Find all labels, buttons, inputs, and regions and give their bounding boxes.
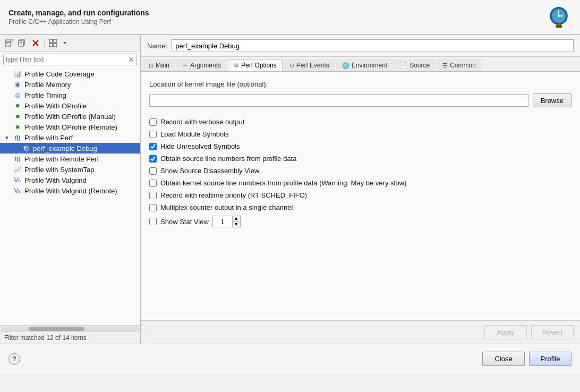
checkbox-label-show-source-disassembly[interactable]: Show Source Disassembly View <box>160 167 259 175</box>
filter-clear-icon[interactable]: ✕ <box>128 55 134 64</box>
tab-arguments[interactable]: ↔Arguments <box>176 59 227 71</box>
item-icon-profile-with-perf: f() <box>13 133 22 142</box>
tree-item-profile-timing[interactable]: ◎Profile Timing <box>0 90 140 100</box>
action-bar: Apply Revert <box>141 320 580 344</box>
checkbox-hide-unresolved[interactable] <box>149 143 157 150</box>
tree-item-profile-with-oprofile[interactable]: ■Profile With OProfile <box>0 100 140 111</box>
checkbox-show-source-disassembly[interactable] <box>149 167 157 175</box>
spinner-down-button[interactable]: ▼ <box>233 221 240 227</box>
duplicate-config-button[interactable] <box>16 37 28 49</box>
checkbox-row-record-realtime: Record with realtime priority (RT SCHED_… <box>149 191 572 199</box>
tab-label-environment: Environment <box>352 62 387 69</box>
checkbox-record-verbose[interactable] <box>149 118 157 126</box>
view-menu-button[interactable] <box>61 40 69 46</box>
new-config-button[interactable] <box>3 37 15 49</box>
checkbox-label-record-realtime[interactable]: Record with realtime priority (RT SCHED_… <box>160 191 307 199</box>
checkbox-obtain-kernel-source[interactable] <box>149 180 157 187</box>
tab-main[interactable]: ⊡Main <box>143 59 175 71</box>
tree-item-profile-code-coverage[interactable]: 📊Profile Code Coverage <box>0 69 140 79</box>
kernel-section-label: Location of kernel image file (optional)… <box>149 80 572 88</box>
name-input[interactable] <box>172 39 574 52</box>
tree-item-profile-with-perf[interactable]: ▼f()Profile with Perf <box>0 132 140 143</box>
spinner-up-button[interactable]: ▲ <box>233 216 240 221</box>
horizontal-scrollbar[interactable] <box>0 325 140 331</box>
name-row: Name: <box>141 35 580 57</box>
toolbar-separator-1 <box>44 38 45 48</box>
delete-config-button[interactable] <box>30 37 41 49</box>
tree-item-profile-with-oprofile-manual[interactable]: ■Profile With OProfile (Manual) <box>0 111 140 122</box>
svg-rect-23 <box>54 44 57 47</box>
tree-item-perf-example-debug[interactable]: f()perf_example Debug <box>0 143 140 154</box>
scroll-thumb[interactable] <box>29 327 84 331</box>
svg-rect-6 <box>556 25 562 28</box>
footer-right: Close Profile <box>482 352 572 366</box>
kernel-image-input[interactable] <box>149 94 528 107</box>
checkbox-label-obtain-kernel-source[interactable]: Obtain kernel source line numbers from p… <box>160 179 406 187</box>
checkbox-row-record-verbose: Record with verbose output <box>149 118 572 126</box>
tab-icon-common: ☰ <box>442 62 448 69</box>
tree-item-profile-with-valgrind[interactable]: V₈Profile With Valgrind <box>0 175 140 185</box>
item-label-profile-with-perf: Profile with Perf <box>24 134 73 142</box>
scroll-track <box>1 327 139 331</box>
item-icon-profile-with-oprofile-manual: ■ <box>13 112 22 121</box>
collapse-all-button[interactable] <box>47 37 59 49</box>
svg-marker-24 <box>63 42 66 44</box>
checkbox-row-load-module-symbols: Load Module Symbols <box>149 130 572 138</box>
filter-box: ✕ <box>3 54 137 65</box>
apply-button[interactable]: Apply <box>484 325 527 339</box>
checkbox-group: Record with verbose outputLoad Module Sy… <box>149 118 572 227</box>
item-label-profile-with-valgrind: Profile With Valgrind <box>24 176 87 184</box>
item-label-profile-with-oprofile: Profile With OProfile <box>24 102 87 110</box>
checkbox-label-hide-unresolved[interactable]: Hide Unresolved Symbols <box>160 142 240 150</box>
checkbox-row-hide-unresolved: Hide Unresolved Symbols <box>149 142 572 150</box>
tree-item-profile-with-remote-perf[interactable]: f()Profile with Remote Perf <box>0 154 140 164</box>
tree-item-profile-with-oprofile-remote[interactable]: ■Profile With OProfile (Remote) <box>0 122 140 132</box>
checkbox-row-obtain-source-line: Obtain source line numbers from profile … <box>149 155 572 163</box>
tab-label-common: Common <box>450 62 476 69</box>
tab-perf-options[interactable]: ⚙Perf Options <box>228 59 283 71</box>
checkbox-label-record-verbose[interactable]: Record with verbose output <box>160 118 244 126</box>
checkbox-row-show-stat-view: Show Stat View▲▼ <box>149 216 572 227</box>
revert-button[interactable]: Revert <box>531 325 574 339</box>
item-label-profile-with-oprofile-manual: Profile With OProfile (Manual) <box>24 113 116 121</box>
checkbox-row-show-source-disassembly: Show Source Disassembly View <box>149 167 572 175</box>
tab-icon-environment: 🌐 <box>342 62 349 69</box>
header-icon <box>546 4 572 30</box>
tree-toolbar <box>0 35 140 52</box>
tab-perf-events[interactable]: ⊙Perf Events <box>284 59 335 71</box>
tab-common[interactable]: ☰Common <box>437 59 482 71</box>
checkbox-load-module-symbols[interactable] <box>149 131 157 138</box>
tab-label-main: Main <box>156 62 169 69</box>
dialog-subtitle: Profile C/C++ Application Using Perf <box>8 18 149 25</box>
tree-expand-profile-with-perf[interactable]: ▼ <box>4 135 12 141</box>
filter-input[interactable] <box>6 56 128 63</box>
close-button[interactable]: Close <box>482 352 525 366</box>
tab-icon-perf-options: ⚙ <box>234 62 239 69</box>
tab-label-source: Source <box>410 62 430 69</box>
checkbox-obtain-source-line[interactable] <box>149 155 157 163</box>
item-icon-profile-with-systemtap: 📈 <box>13 165 22 174</box>
item-label-profile-with-systemtap: Profile with SystemTap <box>24 166 95 174</box>
checkbox-show-stat-view[interactable] <box>149 218 157 225</box>
item-label-profile-memory: Profile Memory <box>24 81 71 89</box>
browse-button[interactable]: Browse <box>533 93 572 107</box>
checkbox-multiplex-counter[interactable] <box>149 204 157 211</box>
checkbox-record-realtime[interactable] <box>149 192 157 199</box>
spinner-input[interactable] <box>213 216 232 227</box>
profile-button[interactable]: Profile <box>529 352 572 366</box>
checkbox-row-obtain-kernel-source: Obtain kernel source line numbers from p… <box>149 179 572 187</box>
tree-item-profile-with-systemtap[interactable]: 📈Profile with SystemTap <box>0 164 140 175</box>
tree-item-profile-memory[interactable]: ◉Profile Memory <box>0 79 140 90</box>
tree-item-profile-with-valgrind-remote[interactable]: V₈Profile With Valgrind (Remote) <box>0 185 140 196</box>
checkbox-label-load-module-symbols[interactable]: Load Module Symbols <box>160 130 229 138</box>
clock-icon <box>547 5 570 29</box>
tab-environment[interactable]: 🌐Environment <box>336 59 393 71</box>
tab-label-perf-events: Perf Events <box>296 62 329 69</box>
tab-source[interactable]: 📄Source <box>394 59 436 71</box>
checkbox-label-show-stat-view[interactable]: Show Stat View <box>160 218 209 226</box>
checkbox-label-obtain-source-line[interactable]: Obtain source line numbers from profile … <box>160 155 297 163</box>
checkbox-label-multiplex-counter[interactable]: Multiplex counter output in a single cha… <box>160 203 293 211</box>
help-button[interactable]: ? <box>8 353 20 365</box>
tab-icon-arguments: ↔ <box>182 62 188 69</box>
svg-rect-20 <box>49 39 53 42</box>
